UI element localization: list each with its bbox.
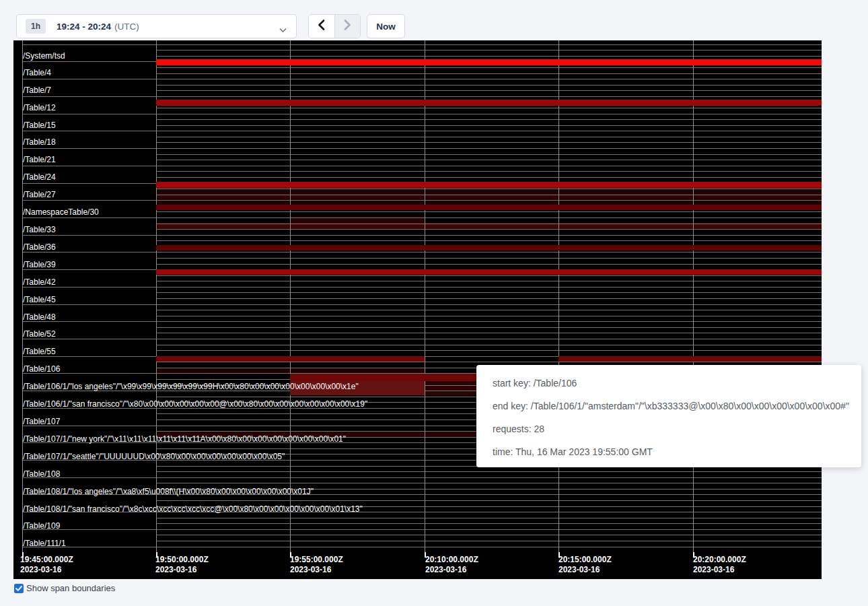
span-boundary-line [156,471,822,472]
time-gridline [558,40,559,552]
row-label: /Table/111/1 [23,539,66,548]
span-boundary-line [156,166,822,166]
span-boundary-line [156,235,822,236]
span-boundary-line [156,547,822,547]
span-boundary-line [156,154,822,155]
span-boundary-line [156,316,822,316]
hover-tooltip: start key: /Table/106 end key: /Table/10… [476,365,861,467]
row-label: /Table/12 [23,103,56,112]
heat-band[interactable] [156,269,822,275]
span-boundary-line [156,224,822,224]
axis-date-label: 2023-03-16 [558,565,600,575]
span-boundary-line [156,142,822,143]
span-boundary-line [156,345,822,345]
chevron-left-icon [318,20,325,34]
span-boundary-line [156,44,822,45]
span-boundary-line [156,339,822,339]
time-gridline [156,40,157,552]
span-boundary-line [156,310,822,310]
row-label: /Table/24 [23,172,56,182]
heat-band[interactable] [156,59,822,65]
span-boundary-line [156,50,822,50]
row-label: /Table/27 [23,190,56,199]
row-label: /Table/4 [23,68,51,77]
span-boundary-line [156,350,822,351]
span-boundary-line [156,275,822,276]
span-boundary-line [22,79,156,79]
span-boundary-line [156,119,822,120]
span-boundary-line [156,229,822,230]
heat-band[interactable] [156,356,425,362]
row-label: /Table/108/1/"san francisco"/"\x8c\xcc\x… [23,504,363,514]
span-boundary-line [156,298,822,299]
span-boundary-line [156,321,822,322]
axis-time-label: 20:20:00.000Z [693,555,746,565]
axis-date-label: 2023-03-16 [290,565,331,575]
span-boundary-line [22,217,156,218]
keyvisualizer-canvas[interactable]: /System/tsd/Table/4/Table/7/Table/12/Tab… [13,40,822,579]
heat-band[interactable] [156,100,822,106]
now-button[interactable]: Now [367,14,405,38]
span-boundary-line [156,287,822,288]
row-label: /Table/109 [23,521,60,531]
span-boundary-line [156,483,822,483]
chevron-right-icon [344,20,351,34]
span-boundary-line [156,200,822,201]
heat-band[interactable] [558,356,822,362]
span-boundary-line [156,114,822,114]
time-range-utc-label: (UTC) [114,22,139,32]
span-boundary-line [156,56,822,57]
span-boundary-line [156,85,822,86]
span-boundary-line [156,252,822,252]
heat-band[interactable] [425,381,476,395]
heat-band[interactable] [156,205,822,210]
row-label: /Table/7 [23,86,51,95]
prev-time-button[interactable] [309,15,335,38]
span-boundary-line [156,171,822,172]
row-label: /Table/52 [23,329,56,339]
time-nav-group [308,14,361,38]
span-boundary-line [156,523,822,524]
span-boundary-line [156,96,822,97]
heat-band[interactable] [156,245,822,250]
time-gridline [693,40,694,552]
checkmark-icon [15,586,22,591]
axis-time-label: 19:55:00.000Z [290,555,343,565]
heat-band[interactable] [290,374,476,381]
next-time-button[interactable] [335,15,361,38]
axis-time-label: 19:45:00.000Z [20,555,73,565]
span-boundary-line [22,44,156,45]
row-label: /Table/36 [23,242,56,252]
span-boundary-line [156,264,822,265]
span-boundary-line [22,131,156,131]
row-label: /NamespaceTable/30 [23,207,99,217]
span-boundary-line [156,125,822,126]
span-boundary-line [156,327,822,328]
span-boundary-line [156,217,822,218]
heat-band[interactable] [156,182,822,188]
span-boundary-line [156,500,822,501]
tooltip-time: time: Thu, 16 Mar 2023 19:55:00 GMT [493,440,861,463]
show-span-boundaries-checkbox[interactable] [14,584,24,593]
span-boundary-line [156,195,822,195]
time-range-dropdown[interactable]: 1h 19:24 - 20:24 (UTC) [16,14,297,38]
tooltip-start-key: start key: /Table/106 [493,372,861,395]
span-boundary-line [22,96,156,97]
show-span-boundaries-label: Show span boundaries [26,583,115,593]
span-boundary-line [156,148,822,149]
row-label: /Table/48 [23,312,56,322]
tooltip-end-key: end key: /Table/106/1/"amsterdam"/"\xb33… [493,395,861,417]
span-boundary-line [22,339,156,339]
span-boundary-line [156,73,822,74]
row-label: /Table/106/1/"san francisco"/"\x80\x00\x… [23,399,367,409]
span-boundary-line [156,333,822,333]
span-boundary-line [22,200,156,201]
time-range-text: 19:24 - 20:24 [57,22,111,32]
span-boundary-line [156,131,822,131]
span-boundary-line [156,67,822,68]
row-label: /Table/106 [23,364,60,374]
span-boundary-line [156,304,822,305]
span-boundary-line [156,160,822,160]
span-boundary-line [156,477,822,478]
row-label: /Table/18 [23,137,56,147]
